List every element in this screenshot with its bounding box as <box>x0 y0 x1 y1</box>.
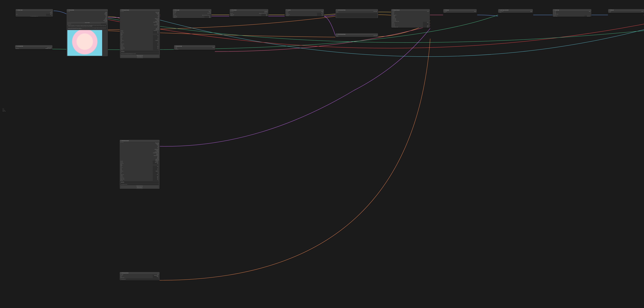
w-height[interactable]: height512 <box>120 169 160 170</box>
out-STEPS[interactable]: STEPS <box>120 147 160 148</box>
out-CFG[interactable]: CFG <box>120 17 160 18</box>
w-vae_name[interactable]: vae_nameSDXL/VT103a <box>120 162 160 163</box>
w-refiner_start[interactable]: refiner_start0.800 <box>120 46 160 47</box>
node-param-gen-2[interactable]: SD Parameter Generator text_raw MODEL_NA… <box>120 140 160 189</box>
w-positive[interactable]: positive <box>120 164 160 165</box>
node-ksampler-adv[interactable]: KSampler (Advanced) modelLATENTseedsteps… <box>391 9 430 28</box>
node-empty-latent[interactable]: Empty Latent Image widthLATENT height ba… <box>174 45 215 50</box>
out-REFINER[interactable]: REFINER <box>120 20 160 21</box>
w-negative[interactable]: negative <box>120 165 160 166</box>
out-VAE_NAME[interactable]: VAE_NAME <box>120 143 160 144</box>
w-cfg[interactable]: cfg7.0 <box>120 42 160 43</box>
out-WIDTH[interactable]: WIDTH <box>120 26 160 27</box>
w-idx[interactable]: 41 <box>16 15 53 16</box>
in-scheduler[interactable]: scheduler <box>391 16 430 16</box>
w-steps[interactable]: steps20 <box>120 41 160 42</box>
in-steps[interactable]: steps <box>391 13 430 14</box>
node-load-lora[interactable]: Load LoRA modelMODEL clipCLIP lora_nameN… <box>285 9 324 16</box>
w-refiner_name[interactable]: refiner_nameNone <box>120 163 160 164</box>
w-ckpt_name[interactable]: ckpt_nameBaked VAE <box>120 161 160 162</box>
w-positive_encode[interactable]: positive_encodenone <box>120 177 160 179</box>
out-sdxl-base[interactable]: sdxl_base <box>16 12 53 13</box>
out-SCHEDULER[interactable]: SCHEDULER <box>120 150 160 151</box>
out-HEIGHT[interactable]: HEIGHT <box>120 27 160 28</box>
out-REFINER_NAME[interactable]: REFINER_NAME <box>120 152 160 152</box>
out-POSITIVE[interactable]: POSITIVE <box>120 153 160 154</box>
w-sampler_name[interactable]: sampler_namekarras <box>120 174 160 175</box>
pg1-newseed[interactable]: New fixed random seed <box>121 56 159 57</box>
w-sampler_name[interactable]: sampler_nameeuler <box>120 43 160 45</box>
w-scheduler[interactable]: scheduler0 <box>120 175 160 176</box>
out-SAMPLER_NAME[interactable]: SAMPLER_NAME <box>120 149 160 150</box>
node-lora-loader[interactable]: SD Lora Loader text_rawMODEL modelCLIP c… <box>172 9 212 18</box>
w-refiner_start[interactable]: refiner_start0.800 <box>120 176 160 177</box>
w-negative_encode[interactable]: negative_encodenone <box>120 48 160 49</box>
clip-text[interactable] <box>336 13 377 18</box>
out-REFINER_NAME[interactable]: REFINER_NAME <box>120 21 160 22</box>
node-upscale-model[interactable]: Upscale Image (using Model) upscale_mode… <box>498 9 533 13</box>
in-sampler_name[interactable]: sampler_name <box>391 15 430 16</box>
out-VAE_NAME[interactable]: VAE_NAME <box>120 13 160 14</box>
w-steps[interactable]: steps30 <box>120 172 160 173</box>
w-seed_val[interactable]: seed_val0 <box>120 167 160 168</box>
out-POSITIVE[interactable]: POSITIVE <box>120 23 160 24</box>
node-vae-encode[interactable]: VAE Encode pixelsLATENT vae <box>608 9 644 13</box>
w-aspect_ratio[interactable]: aspect_ratiodpmpp_2m <box>120 170 160 172</box>
w-batch_size[interactable]: batch_size1 <box>120 49 160 50</box>
out-HEIGHT[interactable]: HEIGHT <box>120 158 160 159</box>
choose-file-button[interactable]: choose file to upload <box>67 22 107 23</box>
out-NEGATIVE_ENCODE[interactable]: NEGATIVE_ENCODE <box>120 155 160 156</box>
out-WIDTH[interactable]: WIDTH <box>120 157 160 158</box>
in-latent_image[interactable]: latent_image <box>391 18 430 19</box>
w-positive[interactable]: positive <box>120 33 160 34</box>
out-sdxl[interactable]: sdxl <box>16 11 53 12</box>
node-param-extractor[interactable]: SD Parameter Extractor settingsVALUE par… <box>120 272 160 280</box>
node-clip-encode-neg[interactable]: CLIP Text Encode (Prompt) clipCONDITIONI… <box>336 33 378 37</box>
out-NEGATIVE[interactable]: NEGATIVE <box>120 24 160 25</box>
w-seed[interactable]: seedfixed <box>120 166 160 167</box>
w-return_with_leftover_noise[interactable]: return_with_leftover_noisedisable <box>391 27 430 28</box>
w-start_at_step[interactable]: start_at_step0 <box>391 24 430 25</box>
in-negative[interactable]: negative <box>391 17 430 18</box>
out-MODEL[interactable]: MODEL <box>120 14 160 15</box>
in-cfg[interactable]: cfg <box>391 14 430 15</box>
w-width[interactable]: width512 <box>120 168 160 169</box>
w-param-idx[interactable]: parameter_index0 <box>66 24 108 25</box>
out-MODEL[interactable]: MODEL <box>120 144 160 145</box>
out-CLIP[interactable]: CLIP <box>120 145 160 146</box>
w-noise_seed[interactable]: noise_seed0 <box>391 23 430 24</box>
out-REFINER[interactable]: REFINER <box>120 151 160 152</box>
out-load-all[interactable]: load_all <box>16 13 53 14</box>
negative-text[interactable]: (text, 3d, badart) (NSFW:1.0) (Asian, (B… <box>67 27 107 30</box>
in-seed[interactable]: seed <box>391 12 430 13</box>
out-SEED[interactable]: SEED <box>120 25 160 26</box>
out-VAE[interactable]: VAE <box>120 146 160 147</box>
w-scheduler[interactable]: scheduler0 <box>120 45 160 46</box>
node-load-upscale[interactable]: Load Upscale Model UPSCALE_MODEL model_n… <box>15 45 52 49</box>
node-prompt-reader[interactable]: SD Prompt Reader image IMAGE POSITIVE NE… <box>66 9 108 57</box>
node-batch-loader[interactable]: SD Batch Loader sdxl sdxl_base load_all … <box>16 9 53 17</box>
w-seed[interactable]: seedfixed <box>120 35 160 36</box>
out-MODEL_NAME[interactable]: MODEL_NAME <box>120 12 160 13</box>
out-REFINER_START_STEP[interactable]: REFINER_START_STEP <box>120 152 160 153</box>
w-batch_size[interactable]: batch_size1 <box>120 180 160 181</box>
out-STEPS[interactable]: STEPS <box>120 16 160 17</box>
out-SCHEDULER[interactable]: SCHEDULER <box>120 19 160 20</box>
out-PARAMETERS[interactable]: PARAMETERS <box>120 160 160 161</box>
w-vae_name[interactable]: vae_nameNone <box>120 31 160 32</box>
positive-text[interactable]: alien Medicine,1k to 4k, DND, epic, perf… <box>67 25 107 27</box>
node-upscale-image[interactable]: Upscale Image imageIMAGE width height up… <box>552 9 592 17</box>
in-end_at_step[interactable]: end_at_step <box>391 20 430 21</box>
w-end_at_step[interactable]: end_at_step10000 <box>391 25 430 27</box>
out-NEGATIVE_ENCODE[interactable]: NEGATIVE_ENCODE <box>120 25 160 25</box>
out-PARAMETERS[interactable]: PARAMETERS <box>120 29 160 30</box>
w-positive_encode[interactable]: positive_encodenone <box>120 47 160 48</box>
w-width[interactable]: width512 <box>120 38 160 39</box>
out-REFINER_START_STEP[interactable]: REFINER_START_STEP <box>120 22 160 23</box>
in-positive[interactable]: positive <box>391 16 430 17</box>
out-SAMPLER_NAME[interactable]: SAMPLER_NAME <box>120 18 160 19</box>
node-vae-decode-1[interactable]: VAE Decode samplesIMAGE vae <box>443 9 477 13</box>
out-NEGATIVE[interactable]: NEGATIVE <box>120 154 160 155</box>
node-param-gen-1[interactable]: SD Parameter Generator text_raw MODEL_NA… <box>120 9 160 58</box>
out-upscale-model[interactable]: UPSCALE_MODEL <box>15 47 52 48</box>
